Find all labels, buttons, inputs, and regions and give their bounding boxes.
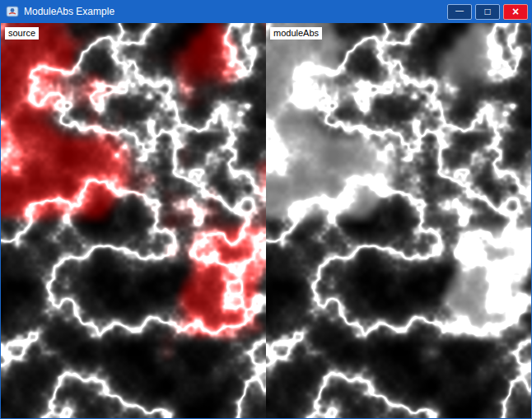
app-icon[interactable] <box>6 5 19 18</box>
source-label: source <box>5 27 39 40</box>
moduleabs-image <box>266 23 531 418</box>
maximize-button[interactable]: □ <box>475 4 500 20</box>
panel-source: source <box>1 23 266 418</box>
minimize-icon: — <box>455 7 464 15</box>
maximize-icon: □ <box>484 7 490 16</box>
minimize-button[interactable]: — <box>447 4 472 20</box>
titlebar[interactable]: ModuleAbs Example — □ × <box>0 0 532 23</box>
source-image <box>1 23 266 418</box>
moduleabs-label: moduleAbs <box>270 27 322 40</box>
app-window: ModuleAbs Example — □ × source moduleAbs <box>0 0 532 419</box>
panel-moduleabs: moduleAbs <box>266 23 531 418</box>
window-title: ModuleAbs Example <box>24 6 447 17</box>
close-icon: × <box>512 6 519 17</box>
window-controls: — □ × <box>447 4 528 20</box>
close-button[interactable]: × <box>503 4 528 20</box>
content-area: source moduleAbs <box>1 23 531 418</box>
